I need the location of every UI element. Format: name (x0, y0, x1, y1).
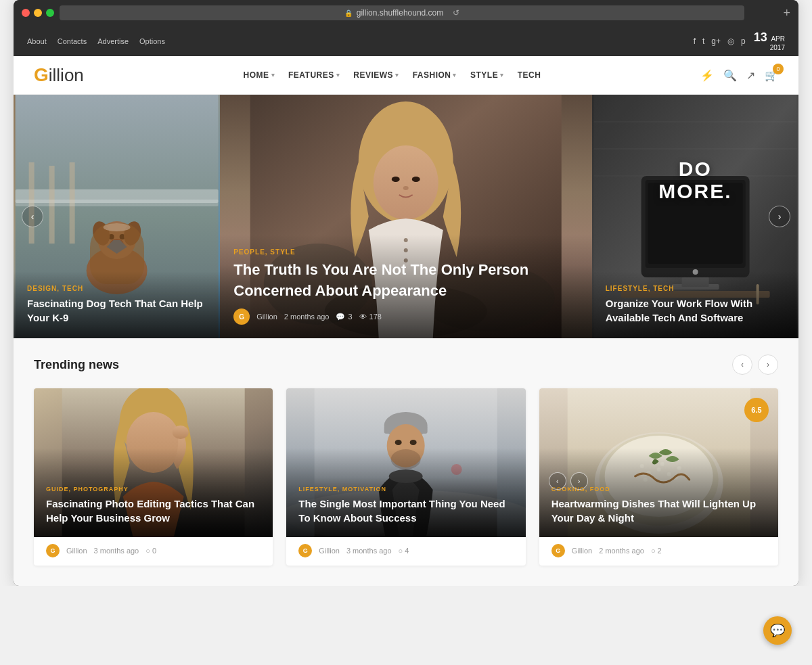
eye-icon: 👁 (359, 313, 367, 321)
nav-home[interactable]: HOME ▾ (244, 70, 275, 80)
svg-point-8 (109, 234, 114, 239)
site-logo[interactable]: Gillion (34, 64, 84, 86)
trending-title: Trending news (34, 358, 119, 372)
social-icons: f t g+ ◎ p (694, 37, 746, 46)
chevron-down-icon: ▾ (271, 72, 275, 78)
trending-next-button[interactable]: › (758, 354, 778, 375)
card-time-food: 2 months ago (599, 547, 644, 555)
card-avatar-food: G (551, 544, 565, 557)
header-actions: ⚡ 🔍 ↗ 🛒 0 (700, 69, 778, 82)
facebook-icon[interactable]: f (694, 37, 696, 46)
card-meta-photo: G Gillion 3 months ago ○ 0 (34, 537, 273, 566)
trending-nav: ‹ › (732, 354, 778, 375)
topbar-nav: About Contacts Advertise Options (27, 37, 165, 45)
svg-point-7 (98, 221, 136, 259)
minimize-button[interactable] (34, 9, 42, 17)
topbar-options[interactable]: Options (139, 37, 165, 45)
rating-badge: 6.5 (744, 398, 769, 422)
svg-point-50 (395, 440, 402, 445)
pinterest-icon[interactable]: p (741, 37, 746, 46)
maximize-button[interactable] (46, 9, 54, 17)
slide-meta-center: G Gillion 2 months ago 💬 3 👁 178 (233, 308, 578, 325)
trending-header: Trending news ‹ › (34, 354, 778, 375)
slide-title-center: The Truth Is You Are Not The Only Person… (233, 260, 578, 302)
trend-card-success[interactable]: LIFESTYLE, MOTIVATION The Single Most Im… (286, 388, 525, 566)
card-overlay-food: COOKING, FOOD Heartwarming Dishes That W… (539, 448, 778, 537)
topbar-right: f t g+ ◎ p 13 APR 2017 (694, 30, 785, 52)
topbar-contacts[interactable]: Contacts (58, 37, 87, 45)
nav-fashion[interactable]: FASHION ▾ (413, 70, 457, 80)
date-day: 13 (754, 30, 767, 45)
chevron-down-icon: ▾ (395, 72, 399, 78)
card-image-success: LIFESTYLE, MOTIVATION The Single Most Im… (286, 388, 525, 537)
chevron-down-icon: ▾ (336, 72, 340, 78)
slide-title-left: Fascinating Dog Tech That Can Help Your … (27, 296, 206, 325)
googleplus-icon[interactable]: g+ (711, 37, 721, 46)
card-overlay-success: LIFESTYLE, MOTIVATION The Single Most Im… (286, 448, 525, 537)
slide-category-center: PEOPLE, STYLE (233, 248, 578, 256)
card-overlay-photo: GUIDE, PHOTOGRAPHY Fascinating Photo Edi… (34, 448, 273, 537)
card-title-food: Heartwarming Dishes That Will Lighten Up… (551, 497, 766, 525)
topbar-about[interactable]: About (27, 37, 47, 45)
card-image-food: 6.5 (539, 388, 778, 537)
trending-section: Trending news ‹ › (14, 338, 798, 586)
nav-style[interactable]: STYLE ▾ (470, 70, 504, 80)
trend-card-photo[interactable]: GUIDE, PHOTOGRAPHY Fascinating Photo Edi… (34, 388, 273, 566)
window-controls (22, 9, 54, 17)
svg-point-19 (374, 145, 438, 220)
cart-count: 0 (773, 64, 784, 74)
hero-slide-center[interactable]: PEOPLE, STYLE The Truth Is You Are Not T… (220, 95, 591, 338)
card-prev-button[interactable]: ‹ (549, 472, 566, 490)
hero-slide-right[interactable]: DOMORE. › LIFESTYLE, TECH Organize Your … (592, 95, 798, 338)
browser-actions: + (750, 6, 790, 20)
topbar-advertise[interactable]: Advertise (97, 37, 129, 45)
twitter-icon[interactable]: t (702, 37, 704, 46)
card-title-success: The Single Most Important Thing You Need… (298, 497, 513, 525)
close-button[interactable] (22, 9, 30, 17)
slider-prev-button[interactable]: ‹ (22, 206, 43, 227)
trend-card-food[interactable]: 6.5 (539, 388, 778, 566)
author-avatar: G (233, 308, 250, 325)
logo-g: G (34, 64, 49, 86)
card-comments-success: ○ 4 (399, 547, 409, 555)
date-display: 13 APR 2017 (754, 30, 785, 52)
svg-point-51 (410, 440, 417, 445)
top-bar: About Contacts Advertise Options f t g+ … (14, 26, 798, 56)
slide-comments: 💬 3 (336, 313, 352, 321)
lightning-icon[interactable]: ⚡ (700, 69, 714, 82)
search-icon[interactable]: 🔍 (723, 69, 737, 82)
instagram-icon[interactable]: ◎ (727, 37, 734, 46)
card-nav-food: ‹ › (549, 472, 588, 490)
site-header: Gillion HOME ▾ FEATURES ▾ REVIEWS ▾ FASH… (14, 56, 798, 95)
slide-overlay-right: LIFESTYLE, TECH Organize Your Work Flow … (592, 271, 798, 338)
date-year: 2017 (770, 43, 785, 52)
card-category-success: LIFESTYLE, MOTIVATION (298, 486, 513, 492)
hero-slider: ‹ DESIGN, TECH Fascinating Dog Tech That… (14, 95, 798, 338)
card-category-photo: GUIDE, PHOTOGRAPHY (46, 486, 261, 492)
card-author-success: Gillion (319, 547, 340, 555)
card-comments-photo: ○ 0 (145, 547, 156, 555)
svg-point-22 (403, 186, 409, 190)
slide-title-right: Organize Your Work Flow With Available T… (606, 296, 785, 325)
svg-point-21 (412, 177, 420, 182)
nav-features[interactable]: FEATURES ▾ (288, 70, 340, 80)
nav-reviews[interactable]: REVIEWS ▾ (353, 70, 399, 80)
card-next-button[interactable]: › (570, 472, 588, 490)
logo-text: illion (49, 65, 84, 86)
nav-tech[interactable]: TECH (518, 70, 541, 80)
slider-next-button[interactable]: › (769, 206, 790, 227)
reload-icon[interactable]: ↺ (453, 8, 459, 18)
card-time-success: 3 months ago (346, 547, 392, 555)
chevron-down-icon: ▾ (453, 72, 457, 78)
card-avatar-photo: G (46, 544, 60, 557)
slide-overlay-left: DESIGN, TECH Fascinating Dog Tech That C… (14, 271, 220, 338)
trending-prev-button[interactable]: ‹ (732, 354, 752, 375)
address-bar[interactable]: 🔒 gillion.shufflehound.com ↺ (60, 5, 744, 20)
new-tab-button[interactable]: + (783, 6, 790, 20)
lock-icon: 🔒 (344, 9, 353, 17)
card-author-food: Gillion (572, 547, 593, 555)
share-icon[interactable]: ↗ (746, 69, 755, 82)
hero-slide-left[interactable]: ‹ DESIGN, TECH Fascinating Dog Tech That… (14, 95, 220, 338)
cart-button[interactable]: 🛒 0 (765, 69, 778, 82)
card-comments-food: ○ 2 (651, 547, 662, 555)
